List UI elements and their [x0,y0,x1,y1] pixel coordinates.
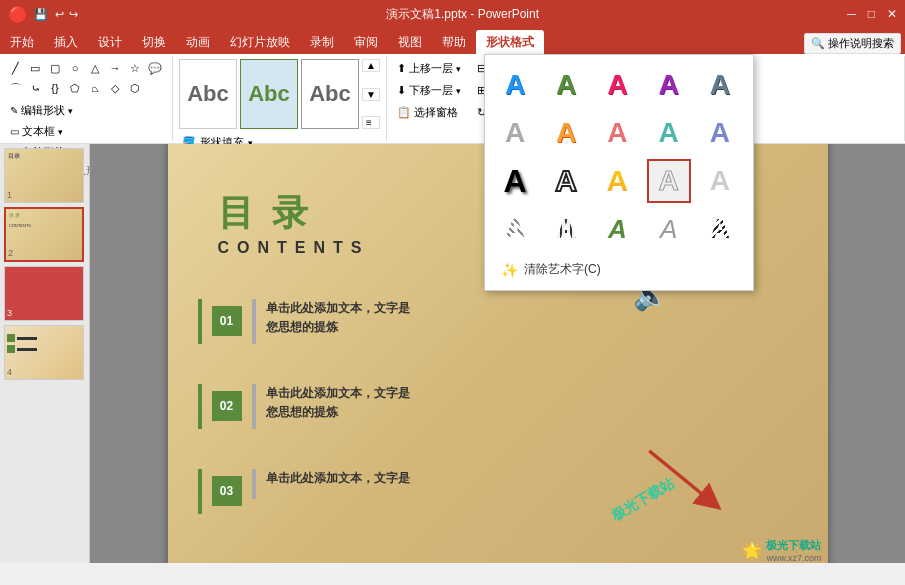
wordart-selected-gray[interactable]: A [647,159,691,203]
edit-shape-btn[interactable]: ✎ 编辑形状 ▾ [6,101,166,120]
tab-design[interactable]: 设计 [88,30,132,54]
title-bar-title: 演示文稿1.pptx - PowerPoint [78,6,847,23]
wordart-striped-2[interactable]: A [544,207,588,251]
diamond-shape[interactable]: ◇ [106,79,124,97]
slide-thumb-3[interactable]: 3 [4,266,84,321]
callout-shape[interactable]: 💬 [146,59,164,77]
wordart-gradient-orange[interactable]: A [595,159,639,203]
marker-1 [198,299,202,344]
down-layer-btn[interactable]: ⬇ 下移一层 ▾ [393,81,465,100]
wordart-orange[interactable]: A [544,111,588,155]
equation-shape[interactable]: {} [46,79,64,97]
downlayer-dropdown: ▾ [456,86,461,96]
tab-help[interactable]: 帮助 [432,30,476,54]
wordart-striped-1[interactable]: A [493,207,537,251]
red-arrow [638,439,728,519]
logo-url: www.xz7.com [766,553,821,563]
line-shape[interactable]: ╱ [6,59,24,77]
wordart-gray-italic[interactable]: A [647,207,691,251]
num-box-3: 03 [212,476,242,506]
round-rect-shape[interactable]: ▢ [46,59,64,77]
tab-record[interactable]: 录制 [300,30,344,54]
content-text-3: 单击此处添加文本，文字是 [266,469,410,488]
content-text-1: 单击此处添加文本，文字是您思想的提炼 [266,299,410,337]
rect-shape[interactable]: ▭ [26,59,44,77]
undo-icon[interactable]: ↩ [55,8,64,20]
title-bar: 🔴 💾 ↩ ↪ 演示文稿1.pptx - PowerPoint ─ □ ✕ [0,0,905,28]
hexagon-shape[interactable]: ⬡ [126,79,144,97]
wordart-grid: A A A A A A A A A A A A A A A A A A A A [493,63,745,251]
slide-subtitle: CONTENTS [218,239,370,257]
wordart-dark-striped[interactable]: A [698,207,742,251]
slide-title: 目 录 [218,189,312,238]
curve-shape[interactable]: ⌒ [6,79,24,97]
divider-3 [252,469,256,499]
wordart-green-flat[interactable]: A [595,207,639,251]
minimize-btn[interactable]: ─ [847,7,856,21]
tab-insert[interactable]: 插入 [44,30,88,54]
tab-slideshow[interactable]: 幻灯片放映 [220,30,300,54]
marker-3 [198,469,202,514]
app-layout: 目录 1 目 录 CONTENTS 2 3 4 [0,144,905,563]
wordart-slate[interactable]: A [698,63,742,107]
wordart-light-plain[interactable]: A [698,159,742,203]
wordart-pink[interactable]: A [595,63,639,107]
logo-icon: 🌟 [742,541,762,560]
content-item-2: 02 单击此处添加文本，文字是您思想的提炼 [198,384,410,429]
triangle-shape[interactable]: △ [86,59,104,77]
textbox-btn[interactable]: ▭ 文本框 ▾ [6,122,166,141]
wordart-teal[interactable]: A [647,111,691,155]
textbox-icon: ▭ [10,126,19,137]
styles-more[interactable]: ≡ [362,116,380,129]
tab-view[interactable]: 视图 [388,30,432,54]
ribbon: ╱ ▭ ▢ ○ △ → ☆ 💬 ⌒ ⤿ {} ⬠ ⏢ ◇ ⬡ ✎ 编辑形状 ▾ [0,54,905,144]
content-text-2: 单击此处添加文本，文字是您思想的提炼 [266,384,410,422]
save-icon[interactable]: 💾 [34,8,48,20]
trapezoid-shape[interactable]: ⏢ [86,79,104,97]
styles-scroll-down[interactable]: ▼ [362,88,380,101]
content-item-1: 01 单击此处添加文本，文字是您思想的提炼 [198,299,410,344]
arrow-shape[interactable]: → [106,59,124,77]
shape-style-1[interactable]: Abc [179,59,237,129]
styles-scroll-up[interactable]: ▲ [362,59,380,72]
search-button[interactable]: 🔍 操作说明搜索 [804,33,901,54]
shape-style-3[interactable]: Abc [301,59,359,129]
wordart-panel: A A A A A A A A A A A A A A A A A A A A … [484,54,754,291]
maximize-btn[interactable]: □ [868,7,875,21]
wordart-dark-outline[interactable]: A [544,159,588,203]
search-icon: 🔍 [811,37,825,50]
wordart-black-bold[interactable]: A [493,159,537,203]
logo-area: 🌟 极光下载站 www.xz7.com [742,538,821,563]
marker-2 [198,384,202,429]
app-icon: 🔴 [8,5,28,24]
content-item-3: 03 单击此处添加文本，文字是 [198,469,410,514]
shape-style-2[interactable]: Abc [240,59,298,129]
tab-shapeformat[interactable]: 形状格式 [476,30,544,54]
ribbon-tabs-row: 开始 插入 设计 切换 动画 幻灯片放映 录制 审阅 视图 帮助 形状格式 🔍 … [0,28,905,54]
wordart-gray-light[interactable]: A [493,111,537,155]
clear-wordart-btn[interactable]: ✨ 清除艺术字(C) [493,257,745,282]
connector-shape[interactable]: ⤿ [26,79,44,97]
tab-review[interactable]: 审阅 [344,30,388,54]
slide-thumb-4[interactable]: 4 [4,325,84,380]
star-shape[interactable]: ☆ [126,59,144,77]
redo-icon[interactable]: ↪ [69,8,78,20]
tab-animation[interactable]: 动画 [176,30,220,54]
tab-transition[interactable]: 切换 [132,30,176,54]
slide-thumb-2[interactable]: 目 录 CONTENTS 2 [4,207,84,262]
pentagon-shape[interactable]: ⬠ [66,79,84,97]
wordart-green[interactable]: A [544,63,588,107]
close-btn[interactable]: ✕ [887,7,897,21]
circle-shape[interactable]: ○ [66,59,84,77]
quick-access: 💾 ↩ ↪ [34,8,78,21]
wordart-red-light[interactable]: A [595,111,639,155]
tab-start[interactable]: 开始 [0,30,44,54]
wordart-blue[interactable]: A [493,63,537,107]
slide-thumb-1[interactable]: 目录 1 [4,148,84,203]
slide-panel: 目录 1 目 录 CONTENTS 2 3 4 [0,144,90,563]
up-layer-btn[interactable]: ⬆ 上移一层 ▾ [393,59,465,78]
wordart-purple[interactable]: A [647,63,691,107]
window-controls[interactable]: ─ □ ✕ [847,7,897,21]
select-pane-btn[interactable]: 📋 选择窗格 [393,103,465,122]
wordart-indigo[interactable]: A [698,111,742,155]
